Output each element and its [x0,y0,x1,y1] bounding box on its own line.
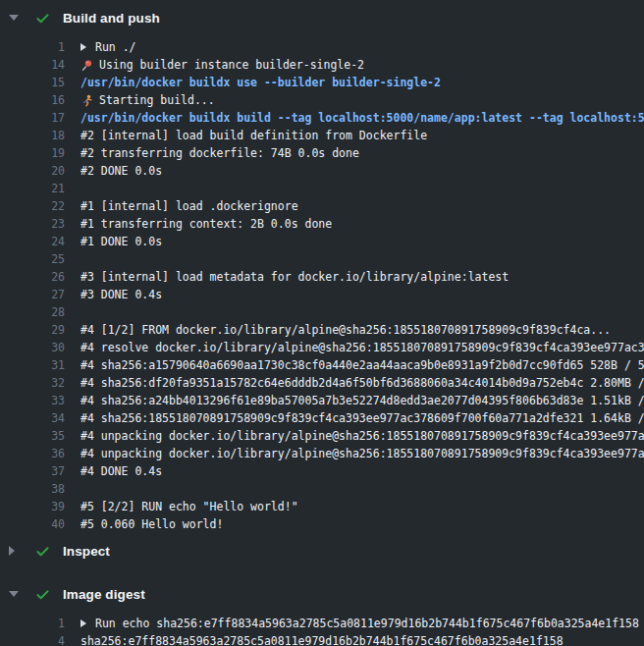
line-content: #4 unpacking docker.io/library/alpine@sh… [80,445,644,462]
line-number[interactable]: 1 [0,38,65,56]
line-number[interactable]: 23 [0,215,65,233]
log-group-header[interactable]: Build and push [0,0,644,35]
line-number[interactable]: 31 [0,356,65,374]
line-number[interactable]: 30 [0,339,65,356]
log-group-title: Build and push [63,11,160,26]
log-line: 18 #2 [internal] load build definition f… [0,127,644,144]
log-line: 25 [0,250,644,268]
log-lines: 1 Run echo sha256:e7ff8834a5963a2785c5a0… [0,612,644,646]
expand-arrow-icon[interactable] [80,43,86,51]
log-group-header[interactable]: Inspect [0,533,644,568]
log-group-header[interactable]: Image digest [0,576,644,612]
line-text: #1 DONE 0.0s [80,233,162,250]
line-number[interactable]: 19 [0,144,65,162]
line-number[interactable]: 40 [0,515,65,533]
line-number[interactable]: 39 [0,498,65,515]
line-number[interactable]: 34 [0,409,65,427]
line-text: #2 DONE 0.0s [80,162,162,180]
line-content: #4 sha256:a24bb4013296f61e89ba57005a7b3e… [80,392,644,409]
log-line: 34 #4 sha256:185518070891758909c9f839cf4… [0,409,644,427]
line-number[interactable]: 36 [0,445,65,462]
line-content: sha256:e7ff8834a5963a2785c5a0811e979d16b… [80,632,644,646]
line-text: #5 [2/2] RUN echo "Hello world!" [80,498,298,515]
log-line: 29 #4 [1/2] FROM docker.io/library/alpin… [0,321,644,339]
line-number[interactable]: 33 [0,392,65,409]
line-text: #1 [internal] load .dockerignore [80,197,298,215]
line-text: #5 0.060 Hello world! [80,515,223,533]
log-line: 26 #3 [internal] load metadata for docke… [0,268,644,286]
log-line: 33 #4 sha256:a24bb4013296f61e89ba57005a7… [0,392,644,409]
line-content: #4 sha256:185518070891758909c9f839cf4ca3… [80,409,644,427]
line-text: #2 [internal] load build definition from… [80,127,427,144]
check-icon [35,545,50,558]
line-number[interactable]: 37 [0,462,65,480]
line-number[interactable]: 22 [0,197,65,215]
line-text: #4 sha256:a24bb4013296f61e89ba57005a7b3e… [80,392,644,409]
line-text: #4 sha256:185518070891758909c9f839cf4ca3… [80,409,644,427]
line-text: /usr/bin/docker buildx build --tag local… [80,109,644,127]
line-content [80,303,644,321]
workflow-log-viewer: Build and push 1 Run ./ 14 Using builder… [0,0,644,646]
line-content: Run echo sha256:e7ff8834a5963a2785c5a081… [80,615,644,632]
line-content: #2 [internal] load build definition from… [80,127,644,144]
line-number[interactable]: 25 [0,250,65,268]
expand-arrow-icon[interactable] [80,619,86,627]
line-number[interactable]: 20 [0,162,65,180]
line-number[interactable]: 29 [0,321,65,339]
line-number[interactable]: 1 [0,615,65,632]
line-content: #5 0.060 Hello world! [80,515,644,533]
line-number[interactable]: 28 [0,303,65,321]
line-text: #4 [1/2] FROM docker.io/library/alpine@s… [80,321,611,339]
line-number[interactable]: 18 [0,127,65,144]
log-group-title: Inspect [63,544,110,559]
line-number[interactable]: 32 [0,374,65,392]
line-content: #2 transferring dockerfile: 74B 0.0s don… [80,144,644,162]
line-number[interactable]: 27 [0,286,65,303]
log-line: 28 [0,303,644,321]
line-text: #4 sha256:df20fa9351a15782c64e6dddb2d4a6… [80,374,644,392]
line-text: Using builder instance builder-single-2 [99,56,364,74]
line-content: /usr/bin/docker buildx build --tag local… [80,109,644,127]
line-number[interactable]: 4 [0,632,65,646]
log-group: Image digest 1 Run echo sha256:e7ff8834a… [0,576,644,646]
log-line: 36 #4 unpacking docker.io/library/alpine… [0,445,644,462]
check-icon [35,588,50,601]
chevron-down-icon[interactable] [9,591,20,597]
line-content [80,480,644,498]
chevron-down-icon[interactable] [9,15,20,21]
chevron-right-icon[interactable] [9,546,20,556]
log-group: Inspect [0,533,644,568]
line-number[interactable]: 24 [0,233,65,250]
log-group: Build and push 1 Run ./ 14 Using builder… [0,0,644,533]
line-number[interactable]: 26 [0,268,65,286]
line-content: #3 DONE 0.4s [80,286,644,303]
line-content: #4 unpacking docker.io/library/alpine@sh… [80,427,644,445]
line-text: #4 resolve docker.io/library/alpine@sha2… [80,339,644,356]
line-text: #1 transferring context: 2B 0.0s done [80,215,332,233]
log-line: 19 #2 transferring dockerfile: 74B 0.0s … [0,144,644,162]
line-number[interactable]: 21 [0,180,65,197]
line-number[interactable]: 16 [0,91,65,109]
log-lines: 1 Run ./ 14 Using builder instance build… [0,35,644,533]
log-line: 16 Starting build... [0,91,644,109]
line-content: #2 DONE 0.0s [80,162,644,180]
log-line: 22 #1 [internal] load .dockerignore [0,197,644,215]
line-content: #4 DONE 0.4s [80,462,644,480]
runner-icon [80,94,93,107]
log-line: 32 #4 sha256:df20fa9351a15782c64e6dddb2d… [0,374,644,392]
log-line: 24 #1 DONE 0.0s [0,233,644,250]
line-content: #4 sha256:a15790640a6690aa1730c38cf0a440… [80,356,644,374]
line-content: #1 transferring context: 2B 0.0s done [80,215,644,233]
line-number[interactable]: 38 [0,480,65,498]
log-line: 27 #3 DONE 0.4s [0,286,644,303]
line-number[interactable]: 15 [0,74,65,91]
log-line: 4 sha256:e7ff8834a5963a2785c5a0811e979d1… [0,632,644,646]
line-number[interactable]: 14 [0,56,65,74]
line-text: #3 [internal] load metadata for docker.i… [80,268,509,286]
line-number[interactable]: 35 [0,427,65,445]
line-content: #5 [2/2] RUN echo "Hello world!" [80,498,644,515]
log-line: 17 /usr/bin/docker buildx build --tag lo… [0,109,644,127]
line-text: Run ./ [95,38,136,56]
line-number[interactable]: 17 [0,109,65,127]
log-line: 38 [0,480,644,498]
